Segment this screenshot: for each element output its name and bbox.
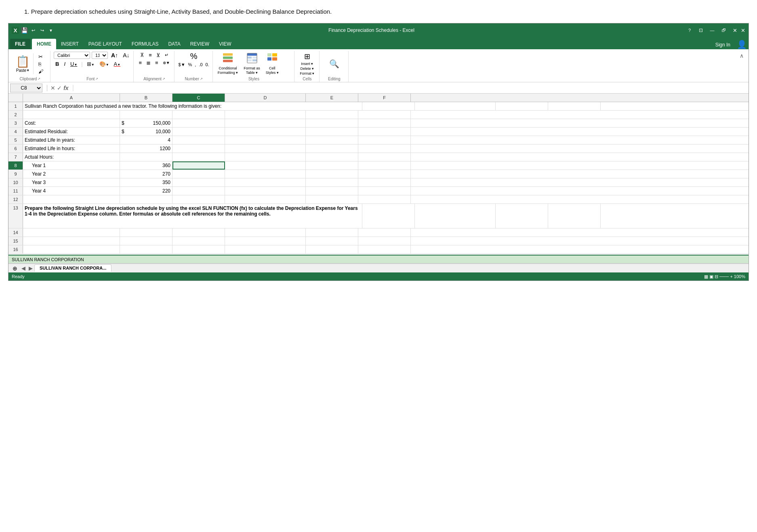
- cell-b16[interactable]: [120, 245, 172, 253]
- cell-b9[interactable]: 270: [120, 170, 172, 178]
- cell-a7[interactable]: Actual Hours:: [23, 153, 120, 161]
- italic-button[interactable]: I: [62, 61, 67, 67]
- cell-d15[interactable]: [225, 237, 306, 245]
- cell-a16[interactable]: [23, 245, 120, 253]
- cell-d13[interactable]: [415, 204, 496, 228]
- row-num-9[interactable]: 9: [8, 170, 23, 178]
- cell-e15[interactable]: [306, 237, 358, 245]
- cell-b4[interactable]: $10,000: [120, 128, 172, 136]
- cell-e12[interactable]: [306, 195, 358, 203]
- cell-c9[interactable]: [172, 170, 225, 178]
- restore-button[interactable]: 🗗: [718, 25, 729, 36]
- font-expand-icon[interactable]: ↗: [95, 77, 98, 81]
- col-header-e[interactable]: E: [306, 94, 358, 102]
- cell-b11[interactable]: 220: [120, 187, 172, 195]
- cell-e9[interactable]: [306, 170, 358, 178]
- cell-e5[interactable]: [306, 136, 358, 144]
- cell-a13[interactable]: Prepare the following Straight Line depr…: [23, 204, 362, 228]
- cell-d9[interactable]: [225, 170, 306, 178]
- row-num-8[interactable]: 8: [8, 161, 23, 170]
- conditional-formatting-button[interactable]: ConditionalFormatting ▾: [216, 52, 240, 76]
- cell-d11[interactable]: [225, 187, 306, 195]
- row-num-13[interactable]: 13: [8, 204, 23, 228]
- cell-f6[interactable]: [358, 145, 411, 153]
- cell-f4[interactable]: [358, 128, 411, 136]
- redo-icon[interactable]: ↪: [38, 27, 46, 34]
- undo-icon[interactable]: ↩: [29, 27, 37, 34]
- cell-c12[interactable]: [172, 195, 225, 203]
- cell-f11[interactable]: [358, 187, 411, 195]
- font-family-select[interactable]: Calibri: [54, 52, 90, 59]
- font-size-select[interactable]: 11: [92, 52, 108, 59]
- sheet-scroll-left[interactable]: ◀: [20, 265, 27, 271]
- cell-f10[interactable]: [358, 178, 411, 186]
- tab-review[interactable]: REVIEW: [185, 39, 214, 49]
- autosum-button[interactable]: 🔍: [327, 58, 342, 70]
- cell-f9[interactable]: [358, 170, 411, 178]
- minimize-button[interactable]: —: [707, 25, 717, 36]
- col-header-f[interactable]: F: [358, 94, 411, 102]
- cell-a11[interactable]: Year 4: [23, 187, 120, 195]
- cell-f5[interactable]: [358, 136, 411, 144]
- tab-home[interactable]: HOME: [32, 39, 56, 49]
- merge-center-button[interactable]: ⊕▼: [161, 60, 172, 65]
- insert-cells-button[interactable]: ⊞ Insert ▾: [299, 52, 315, 66]
- cell-c2[interactable]: [172, 111, 225, 119]
- bold-button[interactable]: B: [54, 61, 61, 67]
- cell-d7[interactable]: [225, 153, 306, 161]
- cell-f1[interactable]: [548, 102, 601, 110]
- cell-e6[interactable]: [306, 145, 358, 153]
- cell-d16[interactable]: [225, 245, 306, 253]
- row-num-11[interactable]: 11: [8, 187, 23, 195]
- close-x[interactable]: ✕: [741, 27, 745, 34]
- cell-e4[interactable]: [306, 128, 358, 136]
- row-num-7[interactable]: 7: [8, 153, 23, 161]
- cell-f12[interactable]: [358, 195, 411, 203]
- comma-button[interactable]: ,: [194, 62, 197, 67]
- cell-a5[interactable]: Estimated Life in years:: [23, 136, 120, 144]
- paste-button[interactable]: 📋 Paste ▼: [13, 53, 34, 74]
- sheet-tab-1[interactable]: SULLIVAN RANCH CORPORA...: [34, 264, 111, 272]
- cell-reference-box[interactable]: C8: [10, 84, 42, 92]
- percent-button[interactable]: %: [190, 52, 198, 61]
- wrap-text-button[interactable]: ↵: [163, 52, 170, 58]
- ribbon-collapse-button[interactable]: ∧: [736, 51, 747, 61]
- tab-insert[interactable]: INSERT: [56, 39, 84, 49]
- decrease-decimal-button[interactable]: 0.: [205, 62, 210, 67]
- insert-function-button[interactable]: fx: [63, 85, 68, 91]
- cell-f3[interactable]: [358, 119, 411, 127]
- cell-c8[interactable]: [172, 161, 225, 170]
- row-num-15[interactable]: 15: [8, 237, 23, 245]
- cell-a4[interactable]: Estimated Residual:: [23, 128, 120, 136]
- tab-page-layout[interactable]: PAGE LAYOUT: [84, 39, 127, 49]
- increase-font-button[interactable]: A↑: [109, 52, 120, 59]
- copy-button[interactable]: ⎘: [37, 61, 45, 67]
- cell-d2[interactable]: [225, 111, 306, 119]
- cell-b14[interactable]: [120, 228, 172, 237]
- cell-d3[interactable]: [225, 119, 306, 127]
- cell-f8[interactable]: [358, 161, 411, 170]
- row-num-3[interactable]: 3: [8, 119, 23, 127]
- cell-b7[interactable]: [120, 153, 172, 161]
- cell-b8[interactable]: 360: [120, 161, 172, 170]
- help-button[interactable]: ?: [684, 25, 695, 36]
- delete-cells-button[interactable]: Delete ▾: [299, 66, 316, 71]
- cell-a1[interactable]: Sullivan Ranch Corporation has purchased…: [23, 102, 362, 110]
- align-top-left-button[interactable]: ⊼: [139, 52, 146, 59]
- row-num-4[interactable]: 4: [8, 128, 23, 136]
- cell-f13[interactable]: [548, 204, 601, 228]
- row-num-1[interactable]: 1: [8, 102, 23, 110]
- increase-decimal-button[interactable]: .0: [198, 62, 203, 67]
- cell-b2[interactable]: [120, 111, 172, 119]
- ribbon-display-button[interactable]: ⊡: [696, 25, 706, 36]
- cell-d8[interactable]: [225, 161, 306, 170]
- row-num-14[interactable]: 14: [8, 228, 23, 237]
- cell-c6[interactable]: [172, 145, 225, 153]
- cell-d12[interactable]: [225, 195, 306, 203]
- tab-view[interactable]: VIEW: [214, 39, 236, 49]
- percent-format-button[interactable]: %: [187, 62, 193, 67]
- save-icon[interactable]: 💾: [21, 27, 28, 34]
- cell-b15[interactable]: [120, 237, 172, 245]
- cell-a3[interactable]: Cost:: [23, 119, 120, 127]
- col-header-b[interactable]: B: [120, 94, 172, 102]
